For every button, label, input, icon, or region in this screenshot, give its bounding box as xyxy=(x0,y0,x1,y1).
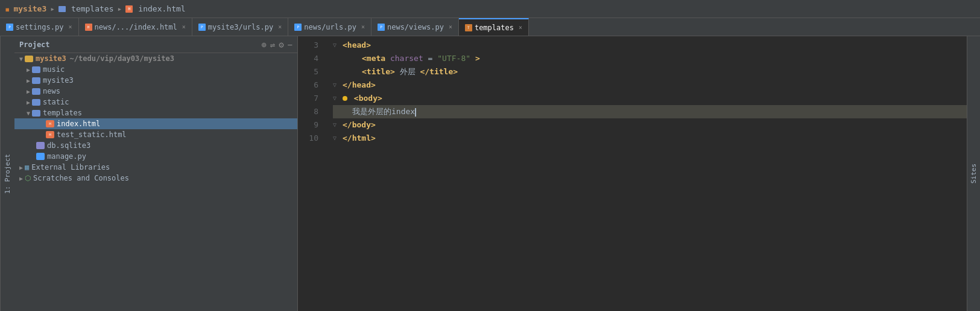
static-chevron: ▶ xyxy=(27,99,30,106)
code-line-4: <meta charset = "UTF-8" > xyxy=(333,52,967,65)
mysite3-folder-label: mysite3 xyxy=(43,76,74,85)
code-line-3: ▽ <head> xyxy=(333,39,967,52)
tab-icon-news-views: P xyxy=(378,24,385,31)
code-tag-html-close: </html> xyxy=(343,132,376,145)
globe-icon[interactable]: ⊕ xyxy=(261,40,266,50)
line-num-5: 5 xyxy=(303,65,318,79)
main-content: 1: Project Project ⊕ ⇌ ⚙ − ▼ mysite3 ~/t… xyxy=(0,36,980,311)
top-bar: ▪ mysite3 ▸ templates ▸ H index.html xyxy=(0,0,980,18)
ext-libs-chevron: ▶ xyxy=(19,164,23,171)
static-label: static xyxy=(43,98,69,106)
tag-name-body: body xyxy=(359,94,378,103)
top-bar-sep2: ▸ xyxy=(118,4,122,13)
db-icon xyxy=(36,142,45,149)
top-bar-project: mysite3 xyxy=(13,4,46,13)
code-tag-meta: <meta xyxy=(362,54,385,63)
tree-item-scratches[interactable]: ▶ ⬡ Scratches and Consoles xyxy=(14,173,297,184)
tree-item-external-libs[interactable]: ▶ ▦ External Libraries xyxy=(14,162,297,173)
tab-settings[interactable]: P settings.py × xyxy=(0,18,79,36)
code-indent-8: 我是外层的index xyxy=(343,105,416,118)
tab-label-mysite3-urls: mysite3/urls.py xyxy=(208,23,273,31)
sites-label: Sites xyxy=(967,36,980,311)
ext-libs-icon: ▦ xyxy=(25,163,29,172)
root-name: mysite3 xyxy=(36,54,66,63)
code-line-9: ▽ </body> xyxy=(333,118,967,132)
code-tag-title-open: <title> xyxy=(362,67,395,76)
code-editor[interactable]: 3 4 5 6 7 8 9 10 ▽ <head> <m xyxy=(298,36,967,311)
tree-item-db-sqlite3[interactable]: db.sqlite3 xyxy=(14,140,297,151)
line-numbers: 3 4 5 6 7 8 9 10 xyxy=(298,39,328,311)
music-label: music xyxy=(43,65,65,74)
manage-py-label: manage.py xyxy=(47,152,86,161)
settings-icon[interactable]: ⚙ xyxy=(279,40,283,50)
tab-mysite3-urls[interactable]: P mysite3/urls.py × xyxy=(192,18,288,36)
tag-name-title: title xyxy=(367,67,390,76)
top-bar-folder: templates xyxy=(71,4,113,13)
index-html-label: index.html xyxy=(57,120,100,128)
tab-label-news-index: news/.../index.html xyxy=(95,23,177,31)
manage-py-icon xyxy=(36,153,45,160)
code-line-7: ▽ <body> xyxy=(333,92,967,105)
tree-item-test-static[interactable]: H test_static.html xyxy=(14,129,297,140)
tab-icon-news-index: H xyxy=(85,24,92,31)
line-num-6: 6 xyxy=(303,79,318,92)
tree-item-music[interactable]: ▶ music xyxy=(14,64,297,75)
fold-icon-3[interactable]: ▽ xyxy=(333,39,340,52)
tab-label-news-views: news/views.py xyxy=(387,23,444,31)
tree-root-mysite3[interactable]: ▼ mysite3 ~/tedu/vip/day03/mysite3 xyxy=(14,53,297,64)
code-tag-body-open: <body> xyxy=(343,92,382,105)
tab-bar: P settings.py × H news/.../index.html × … xyxy=(0,18,980,36)
tree-item-static[interactable]: ▶ static xyxy=(14,97,297,107)
tab-close-templates[interactable]: × xyxy=(519,24,522,31)
tab-icon-news-urls: P xyxy=(294,24,302,31)
warning-dot-7 xyxy=(343,96,347,101)
tab-label-settings: settings.py xyxy=(16,23,63,31)
code-text-8: 我是外层的index xyxy=(352,107,415,116)
fold-icon-6[interactable]: ▽ xyxy=(333,79,340,92)
code-lines[interactable]: ▽ <head> <meta charset = "UTF-8" > xyxy=(328,39,967,311)
tag-name-body-close: body xyxy=(352,120,371,129)
line-num-10: 10 xyxy=(303,132,318,145)
code-line-8: 我是外层的index xyxy=(333,105,967,118)
code-content: 3 4 5 6 7 8 9 10 ▽ <head> <m xyxy=(298,36,967,311)
tree-item-index-html[interactable]: H index.html xyxy=(14,118,297,129)
music-chevron: ▶ xyxy=(27,66,30,73)
project-icon: ▪ xyxy=(5,4,10,14)
code-tag-head-open: <head> xyxy=(343,39,371,52)
tab-close-news-index[interactable]: × xyxy=(182,24,186,30)
fold-icon-9[interactable]: ▽ xyxy=(333,118,340,132)
tab-close-mysite3-urls[interactable]: × xyxy=(278,24,282,30)
tab-news-views[interactable]: P news/views.py × xyxy=(371,18,459,36)
templates-chevron: ▼ xyxy=(27,110,30,117)
tree-item-mysite3[interactable]: ▶ mysite3 xyxy=(14,75,297,86)
code-tag-title-close: </title> xyxy=(420,67,458,76)
file-tree-title: Project xyxy=(19,40,50,49)
tab-news-urls[interactable]: P news/urls.py × xyxy=(288,18,371,36)
fold-icon-7[interactable]: ▽ xyxy=(333,92,340,105)
ext-libs-label: External Libraries xyxy=(31,163,110,172)
tab-label-news-urls: news/urls.py xyxy=(304,23,356,31)
tab-news-index[interactable]: H news/.../index.html × xyxy=(79,18,192,36)
test-static-label: test_static.html xyxy=(57,130,127,139)
code-indent-5: <title> 外层 </title> xyxy=(343,65,458,79)
tag-name-meta: meta xyxy=(367,54,385,63)
file-tree-toolbar: ⊕ ⇌ ⚙ − xyxy=(261,40,292,50)
news-chevron: ▶ xyxy=(27,88,30,95)
tree-item-manage-py[interactable]: manage.py xyxy=(14,151,297,162)
tab-templates[interactable]: T templates × xyxy=(459,18,529,36)
scratches-label: Scratches and Consoles xyxy=(33,174,129,182)
equalizer-icon[interactable]: ⇌ xyxy=(270,40,275,50)
tree-item-news[interactable]: ▶ news xyxy=(14,86,297,97)
test-static-icon: H xyxy=(46,131,54,138)
index-file-icon: H xyxy=(125,5,133,13)
tab-close-settings[interactable]: × xyxy=(68,24,72,30)
fold-icon-5 xyxy=(333,65,340,79)
code-attr-charset: charset xyxy=(390,54,423,63)
tab-close-news-views[interactable]: × xyxy=(449,24,452,30)
fold-icon-10[interactable]: ▽ xyxy=(333,132,340,145)
minus-icon[interactable]: − xyxy=(288,40,292,50)
tab-close-news-urls[interactable]: × xyxy=(361,24,365,30)
code-line-5: <title> 外层 </title> xyxy=(333,65,967,79)
file-tree-header: Project ⊕ ⇌ ⚙ − xyxy=(14,36,297,53)
tree-item-templates[interactable]: ▼ templates xyxy=(14,107,297,118)
